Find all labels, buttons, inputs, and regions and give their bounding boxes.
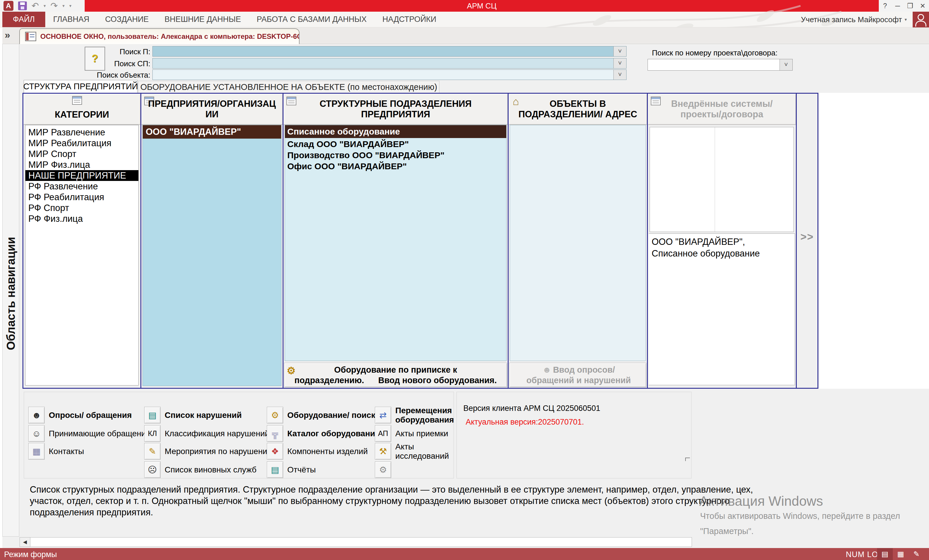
subdivisions-list[interactable]: Списанное оборудование Склад ООО "ВИАРДА…: [285, 125, 507, 361]
access-app-icon[interactable]: A: [3, 1, 14, 11]
receivers-label[interactable]: Принимающие обращения: [49, 425, 150, 442]
equipment-search-button[interactable]: ⚙: [267, 407, 283, 424]
dropdown-arrow-icon[interactable]: ˅: [613, 58, 626, 68]
list-item-selected[interactable]: НАШЕ ПРЕДПРИЯТИЕ: [25, 170, 138, 181]
movements-label[interactable]: Перемещения оборудования: [395, 407, 455, 424]
reports-label[interactable]: Отчёты: [287, 461, 316, 478]
equipment-entry-line2: подразделению. Ввод нового оборудования.: [294, 376, 497, 385]
surveys-label[interactable]: Опросы/ обращения: [49, 407, 132, 424]
guilty-services-button[interactable]: ☹: [144, 461, 161, 478]
implemented-title: Внедрённые системы/проекты/договора: [648, 94, 796, 125]
list-item[interactable]: МИР Реабилитация: [25, 138, 138, 148]
categories-list[interactable]: МИР Развлечение МИР Реабилитация МИР Спо…: [25, 125, 139, 386]
list-item[interactable]: Производство ООО "ВИАРДАЙВЕР": [285, 150, 506, 161]
ribbon-tab-bar: ФАЙЛ ГЛАВНАЯ СОЗДАНИЕ ВНЕШНИЕ ДАННЫЕ РАБ…: [0, 12, 929, 28]
receivers-button[interactable]: ☺: [28, 425, 44, 442]
actions-panel: ☻ Опросы/ обращения ☺ Принимающие обраще…: [24, 392, 454, 479]
nav-pane-expand-icon[interactable]: »: [5, 29, 10, 41]
search-sp-combo[interactable]: ˅: [152, 58, 627, 69]
equipment-entry-button[interactable]: ⚙ Оборудование по приписке к подразделен…: [284, 363, 507, 387]
expand-right-button[interactable]: >>: [800, 231, 814, 248]
list-item[interactable]: Офис ООО "ВИАРДАЙВЕР": [285, 161, 506, 172]
save-icon[interactable]: [18, 2, 27, 10]
guilty-services-label[interactable]: Список виновных служб: [165, 461, 256, 478]
equipment-search-label[interactable]: Оборудование/ поиск: [287, 407, 375, 424]
restore-icon[interactable]: ❐: [904, 2, 916, 10]
catalog-label[interactable]: Каталог оборудования: [287, 425, 380, 442]
ribbon-tab-file[interactable]: ФАЙЛ: [2, 12, 45, 27]
datasheet-view-icon[interactable]: ▦: [893, 548, 909, 560]
search-p-combo[interactable]: ˅: [152, 46, 627, 57]
surveys-button[interactable]: ☻: [28, 407, 44, 424]
avatar[interactable]: [913, 12, 929, 28]
measures-label[interactable]: Мероприятия по нарушениям: [165, 443, 277, 460]
document-tab-main-window[interactable]: ОСНОВНОЕ ОКНО, пользователь: Александра …: [19, 28, 299, 44]
tools-button[interactable]: ⚙: [375, 461, 391, 478]
enterprises-list[interactable]: ООО "ВИАРДАЙВЕР": [143, 125, 281, 386]
minimize-icon[interactable]: ─: [892, 2, 904, 10]
violations-list-label[interactable]: Список нарушений: [165, 407, 242, 424]
classification-label[interactable]: Классификация нарушений: [165, 425, 270, 442]
research-acts-button[interactable]: ⚒: [375, 443, 391, 460]
search-p-input[interactable]: [153, 46, 613, 56]
list-item[interactable]: РФ Физ.лица: [25, 213, 138, 224]
search-sp-input[interactable]: [153, 58, 613, 68]
project-search-combo[interactable]: ˅: [648, 59, 793, 70]
help-icon[interactable]: ?: [879, 2, 891, 10]
dropdown-arrow-icon[interactable]: ˅: [613, 46, 626, 56]
close-icon[interactable]: ✕: [917, 2, 929, 10]
enterprises-header: ПРЕДПРИЯТИЯ/ОРГАНИЗАЦИИ: [141, 94, 283, 125]
classification-button[interactable]: КЛ: [144, 425, 161, 442]
research-acts-label[interactable]: Акты исследований: [395, 443, 455, 460]
form-view-icon[interactable]: ▤: [877, 548, 893, 560]
list-item[interactable]: РФ Развлечение: [25, 181, 138, 192]
search-object-input[interactable]: [153, 70, 613, 80]
components-button[interactable]: ❖: [267, 443, 283, 460]
qat-customize-icon[interactable]: ▾: [69, 3, 72, 8]
undo-icon[interactable]: ↶: [32, 1, 39, 11]
design-view-icon[interactable]: ✎: [909, 548, 924, 560]
list-item-selected[interactable]: ООО "ВИАРДАЙВЕР": [143, 125, 281, 139]
search-sp-label: Поиск СП:: [63, 59, 150, 68]
tab-equipment-on-object[interactable]: ОБОРУДОВАНИЕ УСТАНОВЛЕННОЕ НА ОБЪЕКТЕ (п…: [138, 81, 439, 93]
redo-caret-icon[interactable]: ▾: [63, 3, 65, 8]
navigation-pane-collapsed[interactable]: Область навигации: [2, 44, 19, 537]
objects-list[interactable]: [510, 125, 646, 361]
ribbon-tab-home[interactable]: ГЛАВНАЯ: [45, 12, 97, 27]
implemented-list[interactable]: [650, 127, 794, 232]
project-search-input[interactable]: [648, 59, 780, 70]
contacts-label[interactable]: Контакты: [49, 443, 84, 460]
tab-enterprise-structure[interactable]: СТРУКТУРА ПРЕДПРИЯТИЙ: [24, 80, 138, 93]
surveys-entry-button[interactable]: ☻Ввод опросов/ обращений и нарушений: [509, 363, 646, 387]
list-item[interactable]: МИР Спорт: [25, 148, 138, 159]
ribbon-tab-addins[interactable]: НАДСТРОЙКИ: [374, 12, 445, 27]
reports-button[interactable]: ▤: [267, 461, 283, 478]
undo-caret-icon[interactable]: ▾: [43, 3, 46, 8]
dropdown-arrow-icon[interactable]: ˅: [780, 59, 793, 70]
quick-access-toolbar: A ↶ ▾ ↷ ▾ ▾: [3, 1, 72, 11]
search-object-combo[interactable]: ˅: [152, 69, 627, 80]
measures-button[interactable]: ✎: [144, 443, 161, 460]
contacts-button[interactable]: ▦: [28, 443, 44, 460]
catalog-button[interactable]: ╦: [267, 425, 283, 442]
redo-icon[interactable]: ↷: [51, 1, 58, 11]
ribbon-tab-database-tools[interactable]: РАБОТА С БАЗАМИ ДАННЫХ: [249, 12, 374, 27]
dropdown-arrow-icon[interactable]: ˅: [613, 70, 626, 80]
acceptance-acts-label[interactable]: Акты приемки: [395, 425, 448, 442]
scrollbar-left-arrow-icon[interactable]: ◀: [20, 537, 31, 546]
microsoft-account-button[interactable]: Учетная запись Майкрософт ▾: [801, 12, 907, 28]
horizontal-scrollbar[interactable]: ◀: [20, 537, 692, 547]
acceptance-acts-button[interactable]: АП: [375, 425, 391, 442]
list-item[interactable]: МИР Развлечение: [25, 127, 138, 138]
ribbon-tab-external-data[interactable]: ВНЕШНИЕ ДАННЫЕ: [156, 12, 249, 27]
contacts-icon: ▦: [32, 446, 41, 456]
list-item[interactable]: Склад ООО "ВИАРДАЙВЕР": [285, 139, 506, 150]
components-label[interactable]: Компоненты изделий: [287, 443, 368, 460]
movements-button[interactable]: ⇄: [375, 407, 391, 424]
violations-list-button[interactable]: ▤: [144, 407, 161, 424]
list-item[interactable]: РФ Реабилитация: [25, 192, 138, 202]
list-item[interactable]: РФ Спорт: [25, 202, 138, 213]
list-item[interactable]: МИР Физ.лица: [25, 159, 138, 170]
list-item-selected[interactable]: Списанное оборудование: [285, 125, 506, 138]
ribbon-tab-create[interactable]: СОЗДАНИЕ: [97, 12, 156, 27]
